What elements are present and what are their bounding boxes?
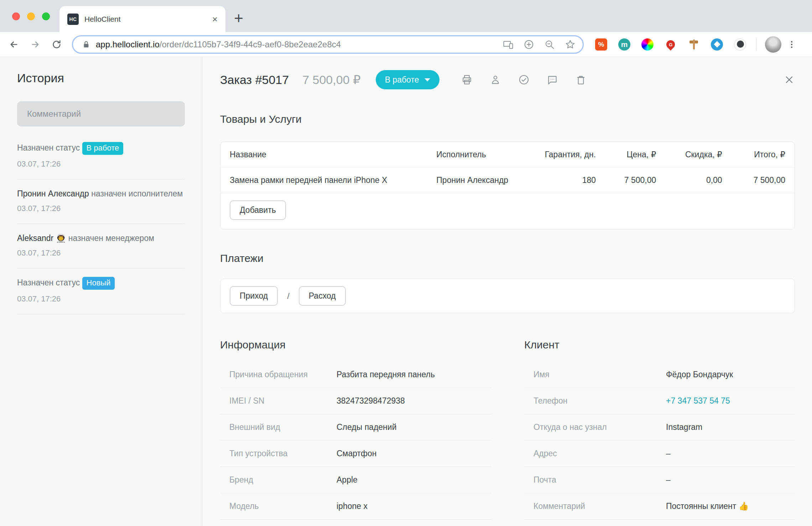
expense-button[interactable]: Расход [299,286,346,306]
message-button[interactable] [546,73,559,86]
order-status-dropdown[interactable]: В работе [376,70,440,89]
info-row: IMEI / SN 382473298472938 [220,388,491,414]
reload-button[interactable] [48,36,65,53]
field-label: Тип устройства [220,449,337,458]
extension-m-icon: m [618,38,630,51]
field-label: Внешний вид [220,422,337,432]
field-value: iphone x [337,501,368,511]
field-label: Адрес [524,449,666,458]
map-pin-icon: G [665,38,677,51]
browser-tab[interactable]: HC HelloClient × [59,6,225,32]
chevron-down-icon [425,78,430,81]
print-button[interactable] [460,73,474,86]
status-badge: В работе [82,142,124,155]
extension-percent-icon: % [595,38,607,51]
history-list: Назначен статус В работе 03.07, 17:26 Пр… [17,133,185,314]
products-table: Название Исполнитель Гарантия, дн. Цена,… [220,142,795,193]
extension-dark-button[interactable] [733,38,747,51]
status-badge: Новый [82,277,115,290]
history-person: Пронин Александр [17,189,89,198]
bookmark-button[interactable] [565,39,576,50]
products-card: Название Исполнитель Гарантия, дн. Цена,… [220,142,795,230]
history-text: назначен исполнителем [91,189,183,198]
products-header-row: Название Исполнитель Гарантия, дн. Цена,… [220,142,795,168]
browser-window: HC HelloClient × + app.helloclient.io/or… [0,0,812,57]
back-icon [9,40,19,49]
check-circle-icon [518,74,530,85]
close-window-button[interactable] [12,12,20,20]
history-sidebar: История Назначен статус В работе 03.07, … [0,57,202,526]
delete-order-button[interactable] [574,73,588,86]
url-bar[interactable]: app.helloclient.io/order/dc1105b7-34f9-4… [72,35,584,54]
field-value: Смартфон [337,449,376,458]
new-tab-button[interactable]: + [229,9,248,28]
order-header: Заказ #5017 7 500,00 ₽ В работе [220,70,795,90]
extension-signpost-button[interactable] [687,38,701,51]
history-person: Aleksandr 👨‍🚀 [17,233,66,243]
helloclient-favicon: HC [67,14,79,25]
diamond-icon [711,38,723,51]
traffic-lights [12,12,50,20]
browser-menu-button[interactable] [787,40,796,49]
info-section-title: Информация [220,339,491,351]
close-icon [784,74,795,85]
info-row: Причина обращения Разбита передняя панел… [220,362,491,388]
info-row: Тип устройства Смартфон [220,441,491,467]
cell-warranty: 180 [533,168,605,193]
comment-input[interactable] [17,101,185,126]
history-text: назначен менеджером [68,233,154,243]
reload-icon [52,40,62,49]
cell-price: 7 500,00 [605,168,665,193]
add-product-button[interactable]: Добавить [230,200,286,220]
col-header-warranty: Гарантия, дн. [533,142,605,168]
chat-icon [547,74,558,85]
star-icon [565,39,576,50]
extension-percent-button[interactable]: % [594,38,608,51]
payments-section-title: Платежи [220,252,795,264]
field-value: – [666,475,671,485]
col-header-name: Название [220,142,427,168]
extension-m-button[interactable]: m [618,38,631,51]
history-item: Назначен статус В работе 03.07, 17:26 [17,133,185,179]
minimize-window-button[interactable] [27,12,35,20]
products-section-title: Товары и Услуги [220,113,795,125]
send-to-devices-button[interactable] [503,39,514,50]
info-row: Внешний вид Следы падений [220,414,491,441]
browser-toolbar: app.helloclient.io/order/dc1105b7-34f9-4… [0,32,812,57]
table-row[interactable]: Замена рамки передней панели iPhone X Пр… [220,168,795,193]
zoom-in-button[interactable] [524,39,534,50]
tab-close-button[interactable]: × [212,15,218,24]
maximize-window-button[interactable] [42,12,50,20]
field-value: Постоянны клиент 👍 [666,501,749,511]
toolbar-divider [756,38,756,51]
client-row: Имя Фёдор Бондарчук [524,362,795,388]
zoom-out-button[interactable] [544,39,555,50]
zoom-in-icon [524,39,534,50]
profile-avatar[interactable] [765,36,781,53]
field-value: Instagram [666,422,702,432]
extension-map-pin-button[interactable]: G [664,38,677,51]
income-button[interactable]: Приход [230,286,278,306]
history-date: 03.07, 17:26 [17,293,185,305]
extension-diamond-button[interactable] [710,38,724,51]
extension-colorwheel-button[interactable] [641,38,654,51]
forward-button[interactable] [27,36,43,53]
zoom-out-icon [544,39,555,50]
history-date: 03.07, 17:26 [17,247,185,259]
close-order-button[interactable] [784,74,795,85]
client-section-title: Клиент [524,339,795,351]
client-row: Телефон +7 347 537 54 75 [524,388,795,414]
history-text: Назначен статус [17,278,80,287]
complete-order-button[interactable] [517,73,531,86]
cell-executor: Пронин Александр [427,168,533,193]
assign-person-button[interactable] [489,73,502,86]
phone-link[interactable]: +7 347 537 54 75 [666,396,730,406]
printer-icon [461,74,473,85]
back-button[interactable] [6,36,22,53]
field-label: Имя [524,370,666,379]
order-title: Заказ #5017 [220,73,289,87]
client-row: Почта – [524,467,795,493]
forward-icon [30,40,40,49]
url-text: app.helloclient.io/order/dc1105b7-34f9-4… [96,40,341,49]
history-item: Назначен статус Новый 03.07, 17:26 [17,268,185,314]
